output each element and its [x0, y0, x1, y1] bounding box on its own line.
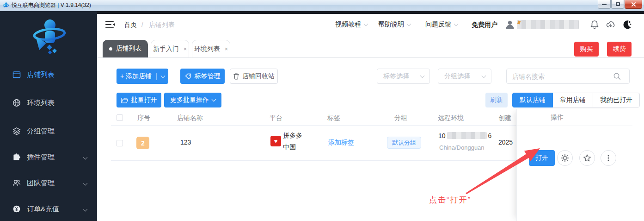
more-actions-button[interactable] [601, 150, 616, 166]
tab-beginner-guide[interactable]: 新手入门 × [151, 40, 189, 57]
renew-button[interactable]: 续费 [607, 42, 632, 57]
chevron-down-icon [482, 73, 486, 78]
menu-feedback[interactable]: 问题反馈 [425, 14, 458, 35]
sidebar-item-env-list[interactable]: 环境列表 [0, 95, 97, 111]
refresh-button[interactable]: 刷新 [485, 93, 508, 107]
recycle-bin-button[interactable]: 店铺回收站 [230, 69, 278, 84]
remote-ip: 106 [438, 132, 491, 139]
cloud-download-icon[interactable] [606, 19, 616, 30]
chevron-down-icon [364, 21, 368, 26]
tag-manage-button[interactable]: 标签管理 [180, 69, 225, 84]
sidebar-item-plugin-manage[interactable]: 插件管理 [0, 149, 97, 165]
sidebar-item-label: 插件管理 [27, 153, 55, 162]
annotation-text: 点击“打开” [429, 195, 471, 205]
yen-coin-icon [12, 205, 21, 213]
more-batch-actions-button[interactable]: 更多批量操作 [164, 93, 221, 107]
notification-bell-icon[interactable] [589, 19, 600, 30]
app-window: 悦互联电商浏览器 | V 1.9.14(32) [0, 0, 644, 221]
group-badge: 默认分组 [387, 137, 421, 149]
shop-search-input[interactable] [507, 69, 604, 83]
menu-help[interactable]: 帮助说明 [378, 14, 411, 35]
breadcrumb-separator: / [141, 14, 143, 35]
menu-video-tutorial[interactable]: 视频教程 [335, 14, 368, 35]
select-all-checkbox[interactable] [117, 114, 123, 121]
close-icon[interactable]: × [225, 46, 228, 52]
window-title: 悦互联电商浏览器 | V 1.9.14(32) [12, 1, 91, 9]
add-shop-label: + 添加店铺 [120, 72, 152, 81]
tag-select-placeholder: 标签选择 [383, 72, 409, 81]
chevron-down-icon [420, 73, 425, 78]
team-icon [12, 179, 21, 187]
globe-icon [12, 99, 21, 107]
menu-label: 视频教程 [335, 20, 361, 29]
more-batch-label: 更多批量操作 [170, 96, 209, 104]
sidebar-item-label: 分组管理 [27, 127, 55, 136]
batch-open-button[interactable]: 批量打开 [117, 93, 161, 107]
favorite-button[interactable] [579, 150, 595, 166]
menu-collapse-icon[interactable] [105, 20, 116, 29]
shop-search-box [506, 69, 630, 84]
buy-button[interactable]: 购买 [574, 42, 599, 57]
tab-shop-list[interactable]: 店铺列表 [103, 40, 148, 57]
tab-env-list[interactable]: 环境列表 × [192, 40, 230, 57]
chevron-down-icon [454, 21, 459, 26]
shop-name: 123 [180, 139, 191, 146]
sidebar-item-label: 环境列表 [27, 99, 55, 107]
maximize-button[interactable] [611, 0, 624, 9]
user-plan-badge: 免费用户 [472, 14, 497, 35]
row-index-badge: 2 [136, 137, 149, 149]
search-button[interactable] [604, 69, 629, 83]
segment-frequent-shops[interactable]: 常用店铺 [552, 93, 593, 107]
chevron-down-icon [83, 155, 88, 159]
close-button[interactable] [625, 0, 642, 9]
window-titlebar: 悦互联电商浏览器 | V 1.9.14(32) [0, 0, 644, 11]
sidebar: 店铺列表 环境列表 分组管理 插件管理 [0, 11, 97, 221]
active-dot-icon [109, 47, 112, 51]
minimize-button[interactable] [598, 0, 611, 9]
platform-region: 中国 [283, 143, 296, 152]
remote-location: China/Dongguan [439, 144, 485, 151]
username-redacted [517, 20, 579, 29]
dark-mode-moon-icon[interactable] [622, 19, 632, 30]
col-operation: 操作 [551, 114, 564, 122]
segment-my-opened[interactable]: 我的已打开 [593, 93, 640, 107]
sidebar-item-label: 订单&充值 [27, 205, 59, 214]
user-avatar-icon[interactable] [505, 19, 515, 30]
ip-redacted [447, 132, 487, 139]
app-logo-icon [2, 2, 9, 9]
sidebar-item-group-manage[interactable]: 分组管理 [0, 123, 97, 139]
view-segmented-control: 默认店铺 常用店铺 我的已打开 [512, 93, 640, 107]
group-select-placeholder: 分组选择 [444, 72, 470, 81]
settings-button[interactable] [557, 150, 573, 166]
col-platform: 平台 [270, 114, 282, 122]
kebab-menu-icon [604, 154, 613, 162]
open-button[interactable]: 打开 [529, 150, 555, 166]
store-icon [12, 70, 21, 79]
button-divider [156, 73, 157, 80]
star-icon [583, 154, 591, 162]
created-date: 2025 [498, 139, 513, 146]
col-group: 分组 [394, 114, 407, 122]
add-shop-split-button[interactable]: + 添加店铺 [117, 69, 168, 84]
sidebar-item-shop-list[interactable]: 店铺列表 [0, 66, 97, 83]
sidebar-item-orders-recharge[interactable]: 订单&充值 [0, 201, 97, 217]
tag-select-dropdown[interactable]: 标签选择 [377, 69, 430, 84]
main-content: 首页 / 店铺列表 视频教程 帮助说明 问题反馈 免费用户 [97, 14, 644, 221]
batch-open-label: 批量打开 [131, 96, 157, 104]
close-icon[interactable]: × [184, 46, 187, 52]
group-select-dropdown[interactable]: 分组选择 [438, 69, 491, 84]
puzzle-icon [12, 153, 21, 161]
maximize-icon [616, 2, 620, 6]
breadcrumb-home[interactable]: 首页 [124, 14, 137, 35]
sidebar-item-team-manage[interactable]: 团队管理 [0, 175, 97, 191]
layers-icon [12, 127, 21, 135]
add-tag-link[interactable]: 添加标签 [328, 139, 354, 147]
header-divider [517, 126, 632, 126]
chevron-down-icon[interactable] [161, 73, 166, 78]
tab-underline [97, 57, 644, 58]
brand-logo [25, 19, 72, 57]
segment-default-shops[interactable]: 默认店铺 [512, 93, 553, 107]
gear-icon [561, 154, 569, 162]
search-icon [613, 72, 621, 80]
row-select-checkbox[interactable] [117, 140, 123, 146]
